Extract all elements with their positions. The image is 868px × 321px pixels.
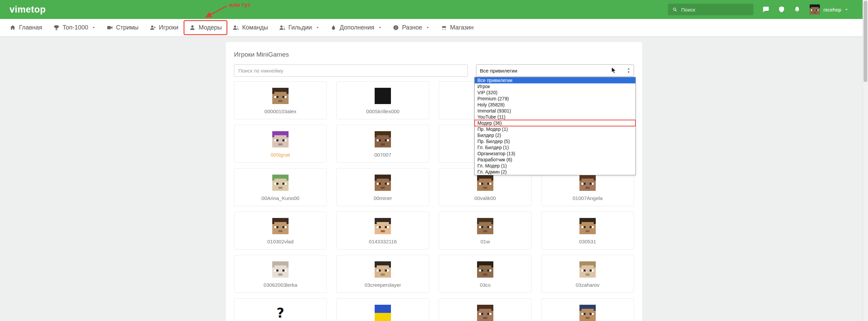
dropdown-option[interactable]: Гл. Билдер (1): [475, 144, 635, 151]
player-card[interactable]: 00000103alex: [234, 81, 327, 119]
player-card[interactable]: 00Arina_Kuno00: [234, 168, 327, 206]
drop-icon: [330, 24, 337, 31]
nav-item-label: Гильдии: [289, 24, 312, 31]
nickname-search-input[interactable]: [234, 64, 468, 77]
select-stepper-icon: [626, 67, 631, 74]
player-card[interactable]: 005ignat: [234, 125, 327, 163]
player-card[interactable]: 000Skrillex000: [336, 81, 429, 119]
dropdown-option[interactable]: VIP (320): [475, 89, 635, 96]
nav-item-addons[interactable]: Дополнения: [326, 21, 387, 34]
player-avatar: [579, 218, 596, 234]
dropdown-option[interactable]: Immortal (9301): [475, 108, 635, 114]
player-avatar: [375, 131, 391, 147]
player-name: 03cs: [480, 282, 491, 288]
dropdown-option[interactable]: Holy (35828): [475, 102, 635, 108]
nav-item-home[interactable]: Главная: [5, 21, 47, 34]
avatar: [810, 4, 820, 15]
player-avatar: [272, 261, 289, 278]
chat-icon[interactable]: [762, 6, 770, 13]
scrollbar-thumb[interactable]: [864, 1, 867, 82]
dropdown-option[interactable]: Premium (279): [475, 96, 635, 102]
nav-item-misc[interactable]: Разное: [388, 21, 434, 34]
username: nicehop: [823, 7, 841, 13]
caret-down-icon: [426, 26, 430, 29]
player-card[interactable]: 03cs: [439, 255, 532, 293]
site-logo[interactable]: vimetop: [9, 4, 46, 15]
player-avatar: [375, 175, 391, 191]
main-content: Игроки MiniGames Все привилегии Все прив…: [0, 42, 868, 321]
nav-item-label: Главная: [19, 24, 42, 31]
player-card[interactable]: [439, 298, 532, 321]
player-name: 03zaharov: [576, 282, 599, 288]
dropdown-option[interactable]: Пр. Модер (1): [475, 126, 635, 132]
dropdown-option[interactable]: Все привилегии: [475, 77, 635, 83]
nav-item-moders[interactable]: Модеры: [184, 21, 226, 34]
player-card[interactable]: 030531: [541, 212, 634, 249]
player-name: 03062003lerka: [263, 282, 297, 288]
player-name: 00valik00: [474, 195, 496, 201]
nav-item-top1000[interactable]: Топ-1000: [48, 21, 100, 34]
dropdown-option[interactable]: Пр. Билдер (5): [475, 138, 635, 144]
player-name: 0143332116: [369, 239, 397, 244]
nav-item-label: Дополнения: [340, 24, 374, 31]
header-search: [668, 4, 753, 15]
player-avatar: [375, 88, 391, 104]
svg-text:?: ?: [277, 305, 284, 321]
nav-item-shop[interactable]: Магазин: [436, 21, 478, 34]
player-avatar: [579, 175, 596, 191]
nav-item-guilds[interactable]: Гильдии: [274, 21, 324, 34]
player-avatar: [375, 218, 391, 234]
shield-icon[interactable]: [778, 6, 785, 13]
player-name: 00miner: [374, 195, 392, 201]
search-icon: [672, 7, 677, 12]
users-icon: [233, 24, 239, 31]
player-name: 01w: [480, 239, 490, 244]
trophy-icon: [53, 24, 60, 31]
player-name: 03creeperslayer: [364, 282, 401, 288]
player-card[interactable]: 010302vlad: [234, 212, 327, 249]
player-card[interactable]: 03zaharov: [541, 255, 634, 293]
privilege-select-wrap: Все привилегии Все привилегииИгрокVIP (3…: [476, 64, 634, 77]
caret-down-icon: [378, 26, 382, 29]
dropdown-option[interactable]: Гл. Модер (1): [475, 163, 635, 169]
scrollbar[interactable]: [863, 0, 868, 321]
player-card[interactable]: 03creeperslayer: [336, 255, 429, 293]
privilege-select[interactable]: Все привилегии: [476, 64, 634, 77]
dropdown-option[interactable]: Разработчик (6): [475, 157, 635, 163]
player-avatar: [477, 305, 493, 321]
dropdown-option[interactable]: Организатор (13): [475, 151, 635, 157]
player-avatar: [272, 175, 289, 191]
player-card[interactable]: [541, 298, 634, 321]
bell-icon[interactable]: [793, 6, 801, 13]
dropdown-option[interactable]: Модер (36): [475, 120, 635, 126]
dropdown-option[interactable]: Гл. Админ (2): [475, 169, 635, 175]
privilege-select-value: Все привилегии: [480, 68, 517, 74]
player-card[interactable]: 007007: [336, 125, 429, 163]
nav-item-streams[interactable]: Стримы: [102, 21, 143, 34]
player-card[interactable]: 00miner: [336, 168, 429, 206]
user-menu[interactable]: nicehop: [810, 4, 848, 15]
player-name: 00000103alex: [264, 108, 296, 114]
player-name: 007007: [374, 152, 391, 158]
player-card[interactable]: ?: [234, 298, 327, 321]
dropdown-option[interactable]: Игрок: [475, 83, 635, 89]
caret-down-icon: [92, 26, 96, 29]
player-card[interactable]: [336, 298, 429, 321]
header-search-input[interactable]: [680, 6, 749, 13]
dropdown-option[interactable]: YouTube (11): [475, 114, 635, 120]
nav-item-players[interactable]: Игроки: [145, 21, 183, 34]
header-right: nicehop: [668, 4, 859, 15]
player-avatar: ?: [272, 305, 289, 321]
page-title: Игроки MiniGames: [226, 42, 642, 58]
privilege-dropdown: Все привилегииИгрокVIP (320)Premium (279…: [474, 77, 636, 175]
nav-item-label: Игроки: [159, 24, 178, 31]
users-icon: [279, 24, 285, 31]
player-card[interactable]: 0143332116: [336, 212, 429, 249]
nav-item-label: Магазин: [450, 24, 473, 31]
dropdown-option[interactable]: Билдер (2): [475, 132, 635, 138]
nav-item-teams[interactable]: Команды: [228, 21, 273, 34]
nav-item-label: Разное: [402, 24, 422, 31]
player-name: 01007Angela: [573, 195, 603, 201]
player-card[interactable]: 03062003lerka: [234, 255, 327, 293]
player-card[interactable]: 01w: [439, 212, 532, 249]
